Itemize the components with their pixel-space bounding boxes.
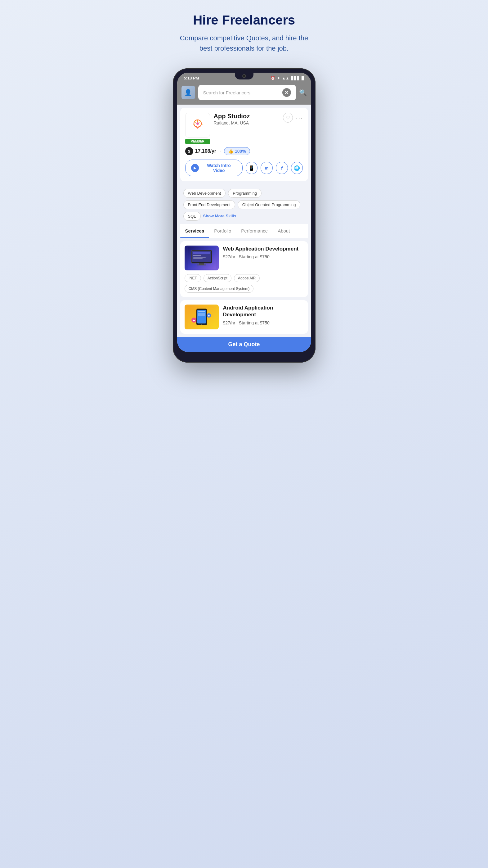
signal-icon: ▋▋▋ [291, 76, 300, 81]
service-tag: ActionScript [203, 274, 231, 282]
tab-performance[interactable]: Performance [236, 224, 273, 238]
search-bar-row: 👤 Search for Freelancers ✕ 🔍 [177, 82, 311, 104]
status-time: 5:13 PM [184, 76, 199, 81]
svg-rect-16 [198, 311, 205, 312]
svg-text:▶: ▶ [193, 318, 195, 322]
status-icons: ⏰ ✦ ▲▲ ▋▋▋ ▉ [270, 76, 304, 81]
tab-portfolio[interactable]: Portfolio [209, 224, 236, 238]
svg-rect-17 [198, 313, 205, 316]
skill-tag: SQL [183, 212, 201, 221]
hero-title: Hire Freelancers [193, 12, 295, 28]
dollar-icon: $ [185, 147, 193, 155]
svg-rect-15 [197, 310, 206, 323]
svg-rect-8 [193, 255, 201, 256]
svg-rect-7 [193, 252, 210, 254]
avatar-image: 👤 [184, 89, 192, 96]
rating-badge: 👍 100% [224, 147, 250, 155]
skill-tag: Object Oriented Programming [238, 200, 301, 209]
service-price-android: $27/hr · Starting at $750 [223, 320, 304, 326]
profile-location: Rutland, MA, USA [214, 120, 279, 125]
phone-shell: 5:13 PM ⏰ ✦ ▲▲ ▋▋▋ ▉ 👤 Search for [173, 68, 316, 363]
profile-actions: ♡ ··· [283, 113, 303, 123]
favorite-button[interactable]: ♡ [283, 113, 293, 123]
bluetooth-icon: ✦ [277, 76, 280, 81]
skill-tag: Web Development [183, 189, 226, 198]
rating-value: 100% [235, 149, 246, 154]
svg-point-18 [201, 324, 202, 326]
show-more-skills-link[interactable]: Show More Skills [203, 212, 236, 221]
thumbs-up-icon: 👍 [228, 149, 233, 154]
svg-rect-10 [193, 258, 203, 259]
globe-icon: 🌐 [294, 165, 300, 171]
profile-logo [185, 113, 210, 137]
skills-section: Web Development Programming Front End De… [180, 184, 308, 224]
service-card-web: Web Application Development $27/hr · Sta… [180, 241, 308, 297]
more-options-button[interactable]: ··· [296, 114, 303, 121]
service-tags-web: .NET ActionScript Adobe AIR CMS (Content… [185, 274, 304, 293]
service-price-web: $27/hr · Starting at $750 [223, 254, 304, 259]
service-tag: CMS (Content Management System) [185, 285, 254, 293]
alarm-icon: ⏰ [270, 76, 275, 81]
search-input[interactable]: Search for Freelancers ✕ [198, 85, 296, 100]
profile-top: MEMBER App Studioz Rutland, MA, USA ♡ ··… [185, 113, 303, 144]
service-info-web: Web Application Development $27/hr · Sta… [223, 246, 304, 259]
website-button[interactable]: 🌐 [291, 162, 303, 174]
battery-icon: ▉ [301, 76, 304, 81]
svg-rect-9 [193, 257, 206, 258]
tabs-row: Services Portfolio Performance About [180, 224, 308, 238]
facebook-button[interactable]: f [276, 162, 288, 174]
cta-label: Get a Quote [228, 341, 260, 347]
profile-logo-wrap: MEMBER [185, 113, 210, 144]
service-tag: Adobe AIR [234, 274, 260, 282]
service-info-android: Android Application Development $27/hr ·… [223, 305, 304, 325]
profile-card: MEMBER App Studioz Rutland, MA, USA ♡ ··… [180, 108, 308, 181]
svg-rect-12 [197, 265, 206, 266]
hero-subtitle: Compare competitive Quotes, and hire the… [173, 33, 316, 53]
service-thumbnail-web [185, 246, 219, 270]
linkedin-button[interactable]: in [261, 162, 273, 174]
skill-tag: Front End Development [183, 200, 235, 209]
phone-screen: 5:13 PM ⏰ ✦ ▲▲ ▋▋▋ ▉ 👤 Search for [177, 73, 311, 352]
tab-services[interactable]: Services [180, 224, 209, 238]
search-icon[interactable]: 🔍 [299, 89, 307, 96]
separator: · [219, 148, 221, 155]
android-thumbnail-image: ▶ ★ [188, 306, 216, 328]
facebook-icon: f [281, 165, 283, 171]
profile-name: App Studioz [214, 113, 279, 120]
status-bar: 5:13 PM ⏰ ✦ ▲▲ ▋▋▋ ▉ [177, 73, 311, 82]
skill-tag: Programming [228, 189, 262, 198]
whatsapp-icon: 📱 [249, 165, 255, 171]
rate-block: $ 17,108/yr [185, 147, 217, 155]
service-card-android: ▶ ★ Android Application Development $27/… [180, 300, 308, 334]
watch-video-button[interactable]: ▶ Watch Intro Video [185, 160, 242, 176]
service-title-web: Web Application Development [223, 246, 304, 252]
action-row: ▶ Watch Intro Video 📱 in f [185, 160, 303, 176]
camera [242, 74, 246, 78]
svg-point-3 [196, 122, 199, 125]
page-wrapper: Hire Freelancers Compare competitive Quo… [160, 12, 328, 363]
skills-tags: Web Development Programming Front End De… [183, 189, 305, 221]
service-card-top: Web Application Development $27/hr · Sta… [185, 246, 304, 270]
wifi-icon: ▲▲ [282, 76, 289, 81]
member-badge: MEMBER [185, 139, 210, 144]
close-icon[interactable]: ✕ [282, 88, 291, 97]
profile-stats: $ 17,108/yr · 👍 100% [185, 147, 303, 155]
user-avatar[interactable]: 👤 [182, 86, 195, 99]
screen-content: MEMBER App Studioz Rutland, MA, USA ♡ ··… [177, 104, 311, 334]
cta-bar[interactable]: Get a Quote [177, 337, 311, 352]
service-tag: .NET [185, 274, 201, 282]
rate-value: 17,108/yr [195, 148, 217, 154]
search-placeholder: Search for Freelancers [203, 90, 251, 95]
play-icon: ▶ [191, 164, 199, 172]
profile-info: App Studioz Rutland, MA, USA [214, 113, 279, 125]
linkedin-icon: in [265, 166, 269, 170]
service-card-top-android: ▶ ★ Android Application Development $27/… [185, 305, 304, 330]
service-title-android: Android Application Development [223, 305, 304, 318]
company-logo-icon [190, 117, 205, 133]
whatsapp-button[interactable]: 📱 [246, 162, 258, 174]
tab-about[interactable]: About [273, 224, 295, 238]
svg-text:★: ★ [207, 314, 210, 317]
notch [235, 73, 254, 80]
service-thumbnail-android: ▶ ★ [185, 305, 219, 330]
web-thumbnail-image [188, 247, 216, 269]
